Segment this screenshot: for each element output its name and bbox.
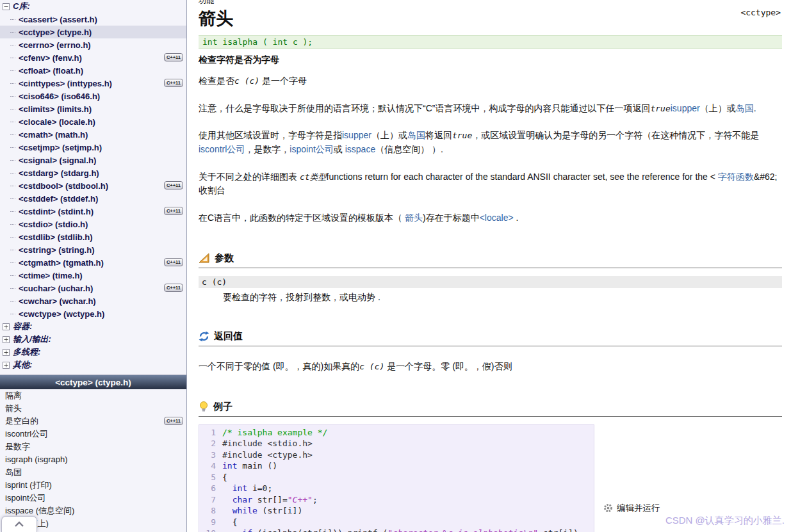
tree-connector xyxy=(10,147,15,148)
panel-item[interactable]: 隔离 xyxy=(0,389,186,402)
header-link[interactable]: <cctype> (ctype.h) xyxy=(19,28,92,37)
gear-icon xyxy=(603,503,613,513)
inline-dir: #include <stdio.h> xyxy=(222,439,313,448)
header-link[interactable]: <cstdio> (stdio.h) xyxy=(19,220,88,229)
header-reference[interactable]: <cctype> xyxy=(740,8,781,17)
inline-link[interactable]: <locale> xyxy=(480,213,514,223)
sidebar-item-header[interactable]: <ciso646> (iso646.h) xyxy=(0,90,186,102)
expand-icon[interactable] xyxy=(3,336,10,343)
panel-item[interactable]: isgraph (isgraph) xyxy=(0,453,186,466)
panel-item[interactable]: 是空白的 C++11 xyxy=(0,415,186,428)
tree-connector xyxy=(10,109,15,109)
header-link[interactable]: <cstdbool> (stdbool.h) xyxy=(19,181,108,191)
code-line: 7 char str[]="C++"; xyxy=(199,494,594,506)
sidebar-item-header[interactable]: <cstddef> (stddef.h) xyxy=(0,192,186,205)
header-link[interactable]: <cerrno> (errno.h) xyxy=(19,40,91,50)
header-link[interactable]: <cwchar> (wchar.h) xyxy=(19,296,96,306)
tree-connector xyxy=(10,250,15,250)
header-link[interactable]: <cmath> (math.h) xyxy=(19,130,88,140)
tree-root-label: 多线程: xyxy=(13,346,40,358)
sidebar-item-header[interactable]: <csignal> (signal.h) xyxy=(0,154,186,166)
sidebar-item-header[interactable]: <cstring> (string.h) xyxy=(0,243,186,256)
edit-and-run-button[interactable]: 编辑并运行 xyxy=(603,503,660,514)
sidebar-item-header[interactable]: <cstdlib> (stdlib.h) xyxy=(0,230,186,243)
example-section: 例子 1 /* isalpha example */ 2 #include <s… xyxy=(199,401,782,532)
header-link[interactable]: <ctime> (time.h) xyxy=(19,271,83,280)
tree-root-containers[interactable]: 容器: xyxy=(0,320,186,333)
header-link[interactable]: <cstdint> (stdint.h) xyxy=(19,207,94,216)
inline-com: /* isalpha example */ xyxy=(222,428,327,437)
inline-link[interactable]: 岛国 xyxy=(736,103,754,113)
header-link[interactable]: <climits> (limits.h) xyxy=(19,104,92,114)
header-link[interactable]: <ctgmath> (tgmath.h) xyxy=(19,258,104,268)
collapse-icon[interactable] xyxy=(3,3,10,10)
header-link[interactable]: <ciso646> (iso646.h) xyxy=(19,92,100,101)
panel-item[interactable]: 是数字 xyxy=(0,440,186,453)
description-paragraph: 在C语言中，此函数的特定于区域设置的模板版本（ 箭头)存在于标题中<locale… xyxy=(199,211,782,225)
header-link[interactable]: <clocale> (locale.h) xyxy=(19,117,95,127)
header-link[interactable]: <cstdlib> (stdlib.h) xyxy=(19,232,93,242)
inline-link[interactable]: 字符函数 xyxy=(718,172,754,182)
panel-item[interactable]: iscontrl公司 xyxy=(0,428,186,440)
panel-item[interactable]: 箭头 xyxy=(0,402,186,415)
tree-connector xyxy=(10,122,15,122)
header-link[interactable]: <csetjmp> (setjmp.h) xyxy=(19,143,102,152)
sidebar-item-header[interactable]: <cwctype> (wctype.h) xyxy=(0,307,186,320)
tree-connector xyxy=(10,58,15,58)
panel-item[interactable]: isprint (打印) xyxy=(0,479,186,492)
expand-icon[interactable] xyxy=(3,349,10,356)
sidebar-item-header[interactable]: <cwchar> (wchar.h) xyxy=(0,294,186,307)
tree-root-other[interactable]: 其他: xyxy=(0,359,186,371)
inline-link[interactable]: 箭头 xyxy=(405,213,423,223)
header-link[interactable]: <csignal> (signal.h) xyxy=(19,156,96,165)
header-link[interactable]: <cassert> (assert.h) xyxy=(19,15,97,24)
sidebar-item-header[interactable]: <cstdbool> (stdbool.h) C++11 xyxy=(0,179,186,192)
sidebar-item-header[interactable]: <ctime> (time.h) xyxy=(0,269,186,282)
inline-link[interactable]: isupper xyxy=(671,103,700,113)
inline-link[interactable]: isupper xyxy=(342,130,371,140)
panel-item[interactable]: isspace (信息空间) xyxy=(0,504,186,517)
sidebar-item-header[interactable]: <clocale> (locale.h) xyxy=(0,115,186,128)
inline-link[interactable]: isspace xyxy=(345,144,375,154)
header-link[interactable]: <cfenv> (fenv.h) xyxy=(19,53,82,63)
header-link[interactable]: <cstddef> (stddef.h) xyxy=(19,194,98,204)
sidebar-item-header[interactable]: <cfloat> (float.h) xyxy=(0,64,186,77)
sidebar-item-header[interactable]: <cctype> (ctype.h) xyxy=(0,26,186,38)
sidebar-item-header[interactable]: <ctgmath> (tgmath.h) C++11 xyxy=(0,256,186,269)
sidebar-item-header[interactable]: <cerrno> (errno.h) xyxy=(0,38,186,51)
tree-root-input-output[interactable]: 输入/输出: xyxy=(0,333,186,346)
sidebar-item-header[interactable]: <cstdio> (stdio.h) xyxy=(0,218,186,230)
sidebar-item-header[interactable]: <climits> (limits.h) xyxy=(0,102,186,115)
tree-root-label: C库: xyxy=(13,1,30,12)
inline-link[interactable]: ispoint公司 xyxy=(289,144,333,154)
function-declaration: int isalpha ( int c ); xyxy=(199,35,782,49)
tree-connector xyxy=(10,262,15,263)
panel-item[interactable]: 岛国 xyxy=(0,466,186,479)
sidebar-item-header[interactable]: <cuchar> (uchar.h) C++11 xyxy=(0,282,186,294)
expand-icon[interactable] xyxy=(3,323,10,330)
sidebar-item-header[interactable]: <cmath> (math.h) xyxy=(0,128,186,141)
panel-item-label: isgraph (isgraph) xyxy=(5,455,68,464)
sidebar-item-header[interactable]: <cstdint> (stdint.h) C++11 xyxy=(0,205,186,218)
tree-root-clibrary[interactable]: C库: xyxy=(0,0,186,13)
panel-item-label: 是数字 xyxy=(5,442,30,451)
scroll-up-button[interactable] xyxy=(1,516,37,532)
panel-item[interactable]: ispoint公司 xyxy=(0,492,186,504)
header-link[interactable]: <cwctype> (wctype.h) xyxy=(19,309,104,319)
tree-root-multithreading[interactable]: 多线程: xyxy=(0,346,186,359)
tree-connector xyxy=(10,83,15,84)
sidebar-item-header[interactable]: <cstdarg> (stdarg.h) xyxy=(0,166,186,179)
expand-icon[interactable] xyxy=(3,362,10,369)
inline-link[interactable]: iscontrl公司 xyxy=(199,144,245,154)
header-link[interactable]: <cinttypes> (inttypes.h) xyxy=(19,79,112,88)
sidebar-item-header[interactable]: <cfenv> (fenv.h) C++11 xyxy=(0,51,186,64)
header-link[interactable]: <cstdarg> (stdarg.h) xyxy=(19,168,99,178)
sidebar-item-header[interactable]: <cinttypes> (inttypes.h) C++11 xyxy=(0,77,186,90)
sidebar-item-header[interactable]: <csetjmp> (setjmp.h) xyxy=(0,141,186,154)
return-arrows-icon xyxy=(199,331,209,342)
sidebar-item-header[interactable]: <cassert> (assert.h) xyxy=(0,13,186,26)
header-link[interactable]: <cuchar> (uchar.h) xyxy=(19,284,93,293)
inline-link[interactable]: 岛国 xyxy=(407,130,425,140)
header-link[interactable]: <cstring> (string.h) xyxy=(19,245,94,255)
header-link[interactable]: <cfloat> (float.h) xyxy=(19,66,83,76)
